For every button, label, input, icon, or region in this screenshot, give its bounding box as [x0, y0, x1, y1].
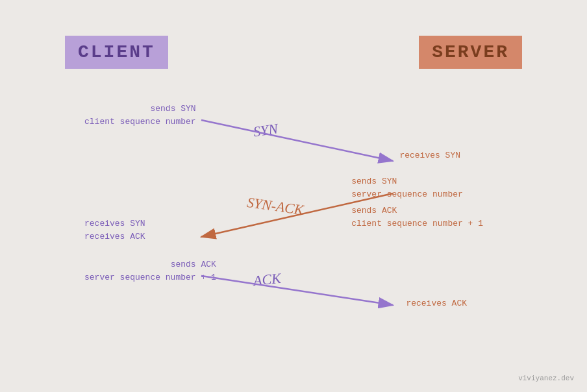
watermark: viviyanez.dev [518, 374, 574, 382]
ack-client-label: sends ACK server sequence number + 1 [84, 258, 216, 284]
syn-ack-server-label: sends SYN server sequence number sends A… [351, 175, 483, 230]
syn-ack-client-label: receives SYN receives ACK [84, 217, 145, 243]
client-box: CLIENT [65, 36, 168, 69]
syn-arrow [201, 120, 393, 161]
server-box: SERVER [419, 36, 522, 69]
syn-arrow-label: SYN [252, 120, 279, 140]
ack-server-label: receives ACK [406, 297, 467, 310]
syn-client-label: sends SYN client sequence number [84, 103, 196, 128]
ack-arrow [201, 276, 393, 305]
syn-ack-arrow-label: SYN-ACK [246, 194, 305, 219]
ack-arrow-label: ACK [253, 270, 282, 289]
syn-server-label: receives SYN [399, 149, 460, 162]
server-label: SERVER [432, 42, 509, 62]
client-label: CLIENT [78, 42, 155, 62]
